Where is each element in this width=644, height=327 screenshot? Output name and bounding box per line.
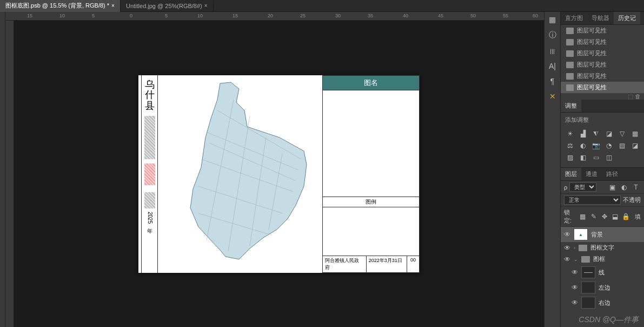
tab-layers[interactable]: 图层 xyxy=(561,168,581,180)
exposure-icon[interactable]: ◪ xyxy=(604,129,614,138)
invert-icon[interactable]: ◪ xyxy=(630,141,640,150)
lock-label: 锁定: xyxy=(564,208,576,225)
layer-row[interactable]: 👁 › 图框文字 xyxy=(561,242,644,253)
history-footer: ⬚ 🗑 xyxy=(561,93,644,100)
vibrance-icon[interactable]: ▽ xyxy=(617,129,627,138)
tab-navigator[interactable]: 导航器 xyxy=(587,12,614,24)
tab-active-label: 图框底图.psb @ 15.5% (背景, RGB/8) * xyxy=(5,2,109,10)
map-title: 图名 xyxy=(322,75,420,90)
layer-row[interactable]: 👁 右边 xyxy=(568,295,644,310)
gradient-map-icon[interactable]: ▭ xyxy=(591,153,601,162)
chevron-right-icon[interactable]: › xyxy=(574,245,575,251)
adjustments-label: 添加调整 xyxy=(561,113,644,127)
document-tabs: 图框底图.psb @ 15.5% (背景, RGB/8) * × Untitle… xyxy=(0,0,644,12)
history-item[interactable]: 图层可见性 xyxy=(561,59,644,70)
stage[interactable]: 乌 什 县 村庄规 2025年 xyxy=(14,21,544,327)
layer-icon xyxy=(566,73,574,80)
tab-histogram[interactable]: 直方图 xyxy=(561,12,587,24)
layer-icon xyxy=(566,84,574,91)
adjustment-icons: ☀ ▟ ⧨ ◪ ▽ ▦ ⚖ ◐ 📷 ◔ ▤ ◪ ▨ ◧ ▭ ◫ xyxy=(561,127,644,167)
layer-icon xyxy=(566,62,574,68)
curves-icon[interactable]: ⧨ xyxy=(591,129,601,138)
history-item[interactable]: 图层可见性 xyxy=(561,25,644,36)
layer-thumb xyxy=(581,297,595,309)
tab-channels[interactable]: 通道 xyxy=(581,168,602,180)
history-item[interactable]: 图层可见性 xyxy=(561,82,644,93)
mixer-icon[interactable]: ◔ xyxy=(604,141,614,150)
ruler-horizontal: 15 10 5 0 5 10 15 20 25 30 35 40 45 50 5… xyxy=(5,12,544,21)
visibility-icon[interactable]: 👁 xyxy=(564,231,570,238)
bw-icon[interactable]: ◐ xyxy=(578,141,588,150)
filter-type-select[interactable]: 类型 xyxy=(569,182,596,192)
layer-row[interactable]: 👁 线 xyxy=(568,265,644,280)
layer-row[interactable]: 👁 ⌄ 图框 xyxy=(561,253,644,265)
doc-right-panel: 图名 图例 阿合雅镇人民政府 2022年3月31日 00 xyxy=(322,75,420,273)
blurred-block xyxy=(144,116,155,159)
threshold-icon[interactable]: ◧ xyxy=(578,153,588,162)
layer-thumb xyxy=(581,266,595,278)
blend-mode-select[interactable]: 正常 xyxy=(564,195,621,205)
layer-row[interactable]: 👁 左边 xyxy=(568,280,644,295)
layer-icon xyxy=(566,28,574,34)
blurred-block-red xyxy=(144,164,155,185)
paragraph-icon[interactable]: ⫼ xyxy=(549,47,556,55)
opacity-label: 不透明 xyxy=(623,196,641,204)
filter-type-icon[interactable]: T xyxy=(631,183,641,192)
visibility-icon[interactable]: 👁 xyxy=(572,269,578,276)
visibility-icon[interactable]: 👁 xyxy=(564,244,570,252)
lock-move-icon[interactable]: ✥ xyxy=(600,212,609,221)
document-artboard[interactable]: 乌 什 县 村庄规 2025年 xyxy=(138,75,420,273)
layer-filter-row: ρ 类型 ▣ ◐ T xyxy=(561,181,644,194)
visibility-icon[interactable]: 👁 xyxy=(564,256,570,263)
blend-row: 正常 不透明 xyxy=(561,194,644,207)
fill-label: 填 xyxy=(635,213,641,221)
chevron-down-icon[interactable]: ⌄ xyxy=(574,257,578,262)
glyph-icon[interactable]: ¶ xyxy=(550,77,555,86)
info-icon[interactable]: ⓘ xyxy=(549,30,556,40)
photo-filter-icon[interactable]: 📷 xyxy=(591,141,601,150)
lock-pixels-icon[interactable]: ▦ xyxy=(578,212,587,221)
history-item[interactable]: 图层可见性 xyxy=(561,48,644,59)
posterize-icon[interactable]: ▨ xyxy=(565,153,575,162)
filter-adjust-icon[interactable]: ◐ xyxy=(619,183,629,192)
swatches-icon[interactable]: ▦ xyxy=(549,15,556,24)
lock-all-icon[interactable]: 🔒 xyxy=(622,212,630,221)
map-body xyxy=(322,90,420,197)
nav-panel-tabs: 直方图 导航器 历史记 xyxy=(561,12,644,25)
hue-icon[interactable]: ▦ xyxy=(630,129,640,138)
layers-panel: 图层 通道 路径 ρ 类型 ▣ ◐ T 正常 不透明 锁定: ▦ ✎ ✥ xyxy=(561,167,644,327)
tab-active[interactable]: 图框底图.psb @ 15.5% (背景, RGB/8) * × xyxy=(0,0,121,12)
visibility-icon[interactable]: 👁 xyxy=(572,284,578,291)
layer-thumb xyxy=(581,282,595,293)
character-icon[interactable]: A| xyxy=(549,62,556,70)
layers-panel-tabs: 图层 通道 路径 xyxy=(561,168,644,181)
layer-row[interactable]: 👁 ▲ 背景 xyxy=(561,227,644,242)
tab-adjustments[interactable]: 调整 xyxy=(561,100,581,112)
layer-icon xyxy=(566,39,574,45)
selective-icon[interactable]: ◫ xyxy=(604,153,614,162)
close-icon[interactable]: × xyxy=(111,3,115,9)
filter-image-icon[interactable]: ▣ xyxy=(607,183,617,192)
close-icon[interactable]: × xyxy=(204,3,208,9)
canvas-wrap: 15 10 5 0 5 10 15 20 25 30 35 40 45 50 5… xyxy=(5,12,544,327)
lookup-icon[interactable]: ▤ xyxy=(617,141,627,150)
folder-icon xyxy=(579,245,587,251)
legend-box xyxy=(322,207,420,256)
visibility-icon[interactable]: 👁 xyxy=(572,299,578,306)
tab-history[interactable]: 历史记 xyxy=(614,12,640,24)
history-item[interactable]: 图层可见性 xyxy=(561,70,644,82)
layer-list: 👁 ▲ 背景 👁 › 图框文字 👁 ⌄ 图框 👁 xyxy=(561,227,644,327)
balance-icon[interactable]: ⚖ xyxy=(565,141,575,150)
right-panels: 直方图 导航器 历史记 图层可见性 图层可见性 图层可见性 图层可见性 图层可见… xyxy=(560,12,644,327)
history-item[interactable]: 图层可见性 xyxy=(561,36,644,48)
tab-paths[interactable]: 路径 xyxy=(602,168,622,180)
doc-left-column: 乌 什 县 村庄规 2025年 xyxy=(142,75,158,273)
measure-icon[interactable]: ✕ xyxy=(549,92,556,101)
lock-brush-icon[interactable]: ✎ xyxy=(589,212,598,221)
brightness-icon[interactable]: ☀ xyxy=(565,129,575,138)
history-list: 图层可见性 图层可见性 图层可见性 图层可见性 图层可见性 图层可见性 xyxy=(561,25,644,93)
levels-icon[interactable]: ▟ xyxy=(578,129,588,138)
lock-artboard-icon[interactable]: ⬓ xyxy=(611,212,620,221)
blurred-block xyxy=(144,192,155,208)
tab-second[interactable]: Untitled.jpg @ 25%(RGB/8#) × xyxy=(121,1,214,11)
